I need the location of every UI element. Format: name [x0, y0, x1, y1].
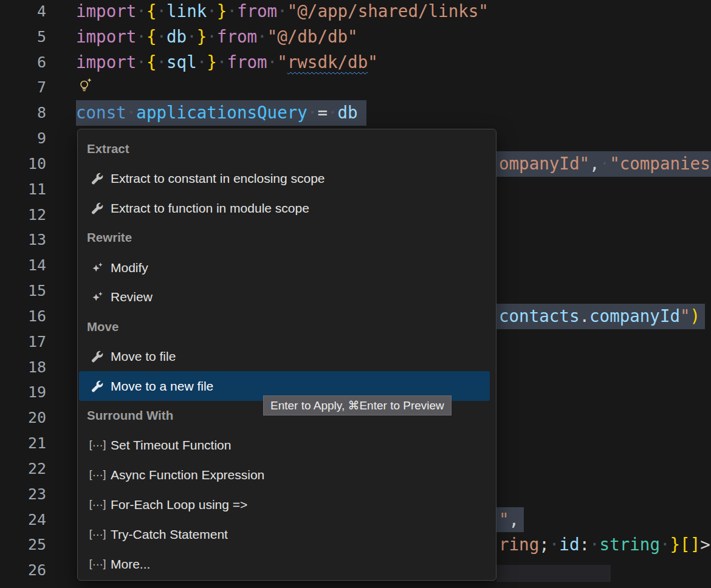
- whitespace-dot: ·: [156, 52, 167, 72]
- code-text: import·{·link·}·from·"@/app/shared/links…: [76, 0, 489, 24]
- menu-item[interactable]: Extract to function in module scope: [79, 194, 490, 224]
- line-number: 7: [0, 75, 46, 100]
- line-number: 13: [0, 227, 46, 253]
- menu-item-label: More...: [111, 557, 150, 572]
- whitespace-dot: ·: [227, 1, 237, 21]
- line-number: 23: [0, 482, 46, 507]
- code-fragment[interactable]: contacts.companyId"): [496, 304, 705, 329]
- code-line[interactable]: import·{·db·}·from·"@/db/db": [76, 24, 358, 50]
- code-token: }: [217, 1, 227, 21]
- whitespace-dot: ·: [136, 1, 146, 21]
- whitespace-dot: ·: [267, 52, 278, 72]
- code-token: "@/db/db": [267, 27, 358, 46]
- wrench-icon: [90, 173, 105, 185]
- code-token: ,: [589, 154, 600, 173]
- menu-item[interactable]: [⋯]More...: [79, 549, 490, 579]
- whitespace-dot: ·: [136, 27, 146, 46]
- menu-section-header: Extract: [78, 134, 496, 164]
- code-token: string: [600, 535, 660, 554]
- code-token: {: [146, 1, 157, 21]
- whitespace-dot: ·: [277, 1, 287, 21]
- line-number: 6: [0, 50, 46, 75]
- menu-item[interactable]: [⋯]Async Function Expression: [79, 460, 490, 490]
- code-fragment[interactable]: ring;·id:·string·}[]>: [496, 532, 711, 558]
- code-token: ring: [499, 535, 539, 554]
- menu-item-label: Set Timeout Function: [111, 438, 231, 453]
- code-line[interactable]: import·{·link·}·from·"@/app/shared/links…: [76, 0, 489, 24]
- wrench-icon: [90, 380, 105, 392]
- code-token: ": [680, 306, 690, 326]
- selected-code-text: ompanyId",·"companies: [496, 151, 711, 177]
- menu-item-label: Review: [111, 290, 153, 304]
- code-token: from: [227, 52, 267, 72]
- code-token: }: [207, 52, 217, 72]
- line-number: 17: [0, 329, 46, 355]
- whitespace-dot: ·: [126, 103, 137, 122]
- menu-item[interactable]: Move to file: [79, 342, 490, 372]
- menu-item-label: For-Each Loop using =>: [111, 497, 247, 512]
- whitespace-dot: ·: [207, 1, 217, 21]
- whitespace-dot: ·: [207, 27, 217, 46]
- selected-code-text: ",: [496, 507, 524, 533]
- menu-item[interactable]: [⋯]For-Each Loop using =>: [79, 490, 490, 520]
- whitespace-dot: ·: [187, 27, 197, 46]
- code-line[interactable]: import·{·sql·}·from·"rwsdk/db": [76, 50, 378, 75]
- menu-item[interactable]: [⋯]Set Timeout Function: [79, 431, 490, 460]
- bracket-ellipsis-icon: [⋯]: [90, 469, 105, 481]
- menu-item[interactable]: Modify: [79, 253, 490, 282]
- whitespace-dot: ·: [136, 52, 146, 72]
- bracket-ellipsis-icon: [⋯]: [90, 528, 105, 541]
- line-number: 22: [0, 456, 46, 482]
- whitespace-dot: ·: [307, 103, 318, 122]
- line-number: 14: [0, 253, 46, 278]
- menu-item[interactable]: Review: [79, 282, 490, 312]
- whitespace-dot: ·: [156, 27, 167, 46]
- whitespace-dot: ·: [197, 52, 207, 72]
- line-number: 25: [0, 532, 46, 558]
- line-number: 12: [0, 202, 46, 228]
- menu-item-label: Try-Catch Statement: [111, 527, 228, 542]
- code-token: sql: [167, 52, 197, 72]
- code-text: import·{·db·}·from·"@/db/db": [76, 24, 358, 50]
- code-token: ": [499, 510, 509, 529]
- menu-item[interactable]: [⋯]Try-Catch Statement: [79, 519, 490, 549]
- menu-item[interactable]: Extract to constant in enclosing scope: [79, 164, 490, 194]
- sparkle-icon: [90, 262, 105, 274]
- code-line[interactable]: const·applicationsQuery·=·db: [76, 100, 366, 126]
- code-token: {: [146, 52, 157, 72]
- code-action-list: ExtractExtract to constant in enclosing …: [78, 134, 496, 579]
- bracket-ellipsis-icon: [⋯]: [90, 499, 105, 511]
- line-number: 11: [0, 177, 46, 202]
- code-token: []: [680, 535, 700, 554]
- menu-item-label: Move to a new file: [111, 379, 213, 394]
- lightbulb-sparkle-icon[interactable]: [78, 77, 94, 93]
- menu-item-label: Extract to constant in enclosing scope: [111, 171, 325, 186]
- line-number: 19: [0, 380, 46, 405]
- code-token: id: [559, 535, 579, 554]
- code-fragment[interactable]: ",: [496, 507, 524, 533]
- line-number: 18: [0, 355, 46, 380]
- menu-item-label: Modify: [111, 261, 148, 275]
- whitespace-dot: ·: [589, 535, 600, 554]
- line-number: 4: [0, 0, 46, 24]
- code-token: :: [579, 535, 589, 554]
- code-fragment[interactable]: ompanyId",·"companies: [496, 151, 711, 177]
- line-number: 9: [0, 126, 46, 151]
- whitespace-dot: ·: [328, 103, 338, 122]
- selected-code-text: const·applicationsQuery·=·db: [76, 100, 366, 126]
- code-token: import: [76, 1, 136, 21]
- whitespace-dot: ·: [217, 52, 227, 72]
- bracket-ellipsis-icon: [⋯]: [90, 558, 105, 570]
- keybinding-hint: Enter to Apply, ⌘Enter to Preview: [263, 395, 452, 415]
- code-token: ": [277, 52, 287, 72]
- line-number: 10: [0, 151, 46, 177]
- whitespace-dot: ·: [257, 27, 267, 46]
- code-token: const: [76, 103, 126, 122]
- code-token: import: [76, 27, 136, 46]
- code-text: ring;·id:·string·}[]>: [496, 532, 711, 558]
- code-token: link: [167, 1, 207, 21]
- whitespace-dot: ·: [156, 1, 167, 21]
- keybinding-hint-text: Enter to Apply, ⌘Enter to Preview: [270, 399, 444, 412]
- code-token: rwsdk/db: [287, 52, 368, 72]
- menu-section-header: Move: [78, 312, 496, 342]
